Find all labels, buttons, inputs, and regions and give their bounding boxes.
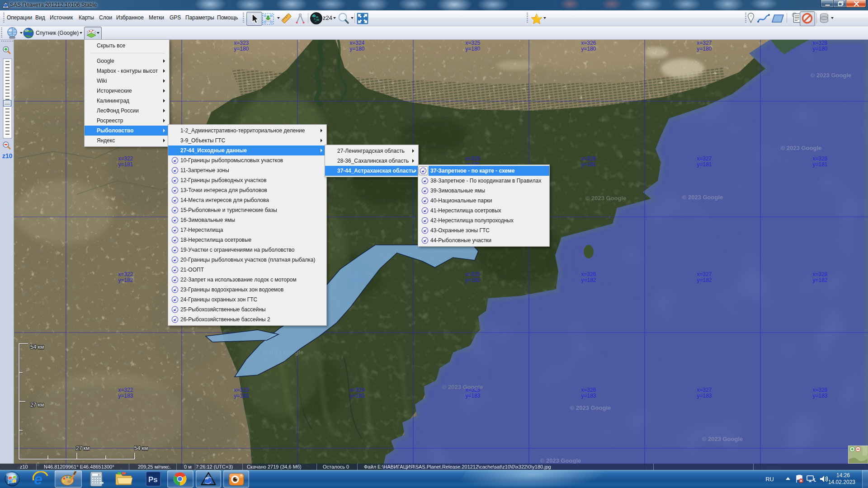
svg-text:Ps: Ps — [148, 475, 158, 484]
svg-text:27 км: 27 км — [76, 445, 90, 451]
svg-text:27 км: 27 км — [30, 402, 44, 408]
svg-text:y=183: y=183 — [465, 393, 480, 399]
svg-text:y=182: y=182 — [465, 277, 480, 283]
svg-text:x=326: x=326 — [581, 155, 596, 162]
svg-text:x=322: x=322 — [118, 271, 133, 277]
svg-text:y=181: y=181 — [697, 161, 712, 168]
svg-text:y=181: y=181 — [118, 161, 133, 168]
svg-text:x=322: x=322 — [118, 155, 133, 162]
svg-text:x=328: x=328 — [812, 155, 827, 162]
svg-text:y=180: y=180 — [697, 46, 712, 52]
svg-text:x=323: x=323 — [234, 40, 249, 46]
svg-text:x=327: x=327 — [697, 271, 712, 277]
svg-text:y=183: y=183 — [118, 393, 133, 399]
svg-text:y=183: y=183 — [234, 393, 249, 399]
svg-text:© 2023 Google: © 2023 Google — [702, 436, 743, 442]
svg-text:x=322: x=322 — [118, 387, 133, 393]
svg-text:x=326: x=326 — [581, 40, 596, 46]
svg-text:y=181: y=181 — [812, 161, 827, 168]
svg-text:© 2023 Google: © 2023 Google — [585, 195, 627, 202]
svg-text:x=328: x=328 — [812, 271, 827, 277]
svg-text:x=324: x=324 — [349, 387, 364, 393]
svg-text:54 км: 54 км — [30, 344, 44, 350]
svg-text:x=327: x=327 — [697, 155, 712, 162]
svg-text:y=182: y=182 — [812, 277, 827, 283]
svg-text:© 2023 Google: © 2023 Google — [811, 72, 852, 79]
svg-text:y=180: y=180 — [465, 46, 480, 52]
svg-text:y=180: y=180 — [581, 46, 596, 52]
svg-text:x=327: x=327 — [697, 387, 712, 393]
svg-text:y=181: y=181 — [581, 161, 596, 168]
svg-text:y=183: y=183 — [697, 393, 712, 399]
svg-text:y=183: y=183 — [349, 393, 364, 399]
svg-text:x=325: x=325 — [465, 155, 480, 162]
svg-text:y=182: y=182 — [581, 277, 596, 283]
svg-text:x=323: x=323 — [234, 387, 249, 393]
svg-text:y=180: y=180 — [234, 46, 249, 52]
svg-text:54 км: 54 км — [134, 445, 148, 451]
svg-text:x=324: x=324 — [349, 40, 364, 46]
svg-text:y=183: y=183 — [812, 393, 827, 399]
svg-text:x=326: x=326 — [581, 271, 596, 277]
svg-text:x=325: x=325 — [465, 271, 480, 277]
svg-text:© 2023 Google: © 2023 Google — [442, 384, 483, 390]
svg-text:© 2023 Google: © 2023 Google — [570, 404, 611, 411]
svg-text:x=327: x=327 — [697, 40, 712, 46]
svg-text:x=325: x=325 — [465, 40, 480, 46]
svg-text:y=180: y=180 — [812, 46, 827, 52]
svg-text:© 2023 Google: © 2023 Google — [781, 145, 822, 151]
svg-text:x=328: x=328 — [812, 40, 827, 46]
svg-text:y=182: y=182 — [118, 277, 133, 283]
svg-text:y=180: y=180 — [349, 46, 364, 52]
svg-text:y=183: y=183 — [581, 393, 596, 399]
svg-text:y=182: y=182 — [697, 277, 712, 283]
svg-text:z10: z10 — [2, 152, 13, 160]
svg-text:© 2023 Google: © 2023 Google — [682, 194, 723, 201]
svg-text:x=326: x=326 — [581, 387, 596, 393]
svg-text:© 2023 Google: © 2023 Google — [540, 457, 581, 464]
svg-text:x=328: x=328 — [812, 387, 827, 393]
